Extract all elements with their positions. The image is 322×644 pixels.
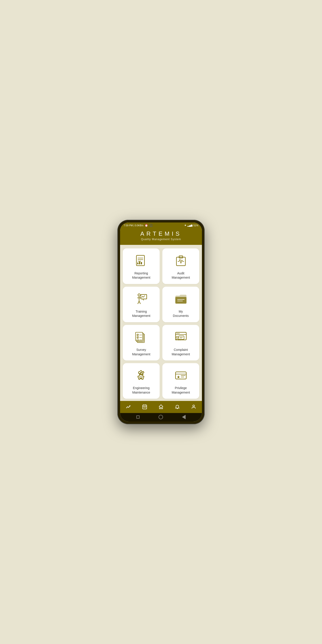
bluetooth-icon: ★ [184, 224, 186, 227]
svg-marker-43 [177, 376, 180, 378]
svg-point-52 [145, 407, 146, 408]
phone-home-bar [120, 413, 202, 422]
menu-card-reporting[interactable]: ReportingManagement [123, 248, 160, 284]
nav-notifications[interactable] [172, 403, 183, 411]
menu-card-documents[interactable]: MyDocuments [162, 287, 199, 322]
analytics-icon [126, 404, 131, 410]
svg-line-12 [139, 301, 140, 304]
survey-label: SurveyManagement [132, 348, 150, 356]
documents-label: MyDocuments [173, 310, 189, 318]
training-label: TrainingManagement [132, 310, 150, 318]
svg-point-51 [144, 407, 145, 408]
status-bar: 7:59 PM | 0.0KB/s ⏰ 🎧 ★ ▂▄▆ 51% [120, 222, 202, 228]
home-button[interactable] [158, 415, 163, 419]
documents-icon [173, 291, 189, 307]
complaint-icon [173, 330, 189, 345]
battery-indicator: 51% [194, 224, 198, 227]
svg-rect-5 [139, 262, 140, 264]
engineering-icon [134, 368, 149, 383]
reporting-icon [134, 253, 149, 268]
privilege-icon [173, 368, 189, 383]
alarm-icon: ⏰ [145, 224, 148, 227]
signal-icon: ▂▄▆ [188, 224, 192, 226]
app-header: ARTEMIS Quality Management System [120, 228, 202, 245]
menu-card-training[interactable]: TrainingManagement [123, 287, 160, 322]
audit-label: AuditManagement [172, 271, 190, 280]
svg-point-31 [178, 333, 179, 334]
svg-rect-46 [143, 405, 147, 409]
back-button[interactable] [182, 415, 186, 419]
app-subtitle: Quality Management System [124, 238, 198, 241]
svg-rect-32 [179, 336, 184, 340]
svg-point-53 [193, 405, 194, 407]
svg-rect-4 [137, 262, 138, 264]
svg-point-50 [143, 407, 144, 408]
nav-calendar[interactable] [139, 403, 150, 411]
menu-card-audit[interactable]: AuditManagement [162, 248, 199, 284]
headphone-icon: 🎧 [149, 224, 153, 227]
bottom-nav [120, 401, 202, 413]
status-left: 7:59 PM | 0.0KB/s ⏰ 🎧 [124, 224, 153, 227]
reporting-label: ReportingManagement [132, 271, 150, 280]
svg-point-9 [138, 294, 140, 296]
nav-home[interactable] [156, 403, 166, 411]
home-icon [158, 404, 164, 410]
privilege-label: PrivilegeManagement [172, 386, 190, 395]
user-icon [191, 404, 196, 410]
phone-screen: 7:59 PM | 0.0KB/s ⏰ 🎧 ★ ▂▄▆ 51% ARTEMIS … [120, 222, 202, 422]
svg-line-11 [138, 301, 139, 304]
status-right: ★ ▂▄▆ 51% [184, 224, 198, 227]
nav-analytics[interactable] [123, 403, 134, 411]
audit-icon [173, 253, 189, 268]
phone-frame: 7:59 PM | 0.0KB/s ⏰ 🎧 ★ ▂▄▆ 51% ARTEMIS … [118, 220, 204, 424]
svg-point-40 [140, 376, 142, 379]
bell-icon [175, 404, 180, 410]
menu-card-complaint[interactable]: ComplaintManagement [162, 325, 199, 360]
svg-rect-6 [141, 262, 142, 264]
menu-grid: ReportingManagement [123, 248, 199, 399]
square-button[interactable] [136, 416, 140, 418]
nav-profile[interactable] [188, 403, 199, 411]
svg-point-36 [176, 336, 178, 338]
svg-rect-16 [176, 297, 186, 304]
calendar-icon [142, 404, 147, 410]
main-content: ReportingManagement [120, 245, 202, 401]
menu-card-privilege[interactable]: PrivilegeManagement [162, 363, 199, 399]
menu-card-survey[interactable]: SurveyManagement [123, 325, 160, 360]
survey-icon [134, 330, 149, 345]
svg-rect-21 [136, 332, 143, 341]
svg-point-30 [177, 333, 178, 334]
menu-card-engineering[interactable]: EngineeringMaintenance [123, 363, 160, 399]
status-time: 7:59 PM | 0.0KB/s [124, 224, 143, 227]
app-title: ARTEMIS [124, 230, 198, 237]
engineering-label: EngineeringMaintenance [132, 386, 150, 395]
complaint-label: ComplaintManagement [172, 348, 190, 356]
training-icon [134, 291, 149, 307]
